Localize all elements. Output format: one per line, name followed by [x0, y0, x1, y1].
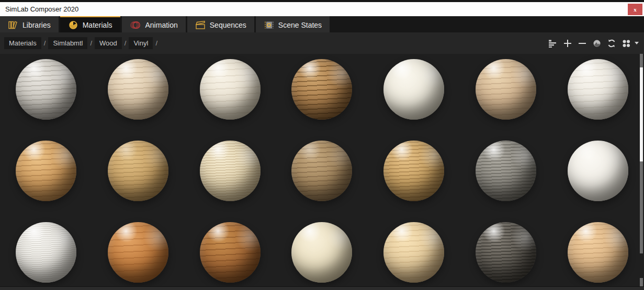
breadcrumb-separator: /	[155, 39, 157, 47]
material-sphere-white-ridged[interactable]	[16, 222, 76, 283]
tab-label: Scene States	[278, 21, 322, 29]
material-sphere-honey-matte[interactable]	[108, 141, 168, 201]
refresh-icon[interactable]	[606, 38, 617, 49]
remove-icon[interactable]	[577, 38, 587, 49]
tab-label: Materials	[83, 21, 112, 29]
breadcrumb-separator: /	[90, 39, 92, 47]
tab-animation[interactable]: Animation	[122, 16, 186, 32]
material-sphere-terracotta-wood[interactable]	[108, 222, 168, 283]
breadcrumb-bar: Materials / Simlabmtl / Wood / Vinyl /	[0, 32, 644, 54]
material-sphere-whitewash-wood[interactable]	[16, 59, 76, 120]
books-icon	[8, 20, 18, 30]
window-title: SimLab Composer 2020	[5, 5, 78, 13]
scrollbar-thumb[interactable]	[640, 67, 643, 161]
titlebar: SimLab Composer 2020 x	[0, 2, 644, 16]
tab-sequences[interactable]: Sequences	[187, 16, 254, 32]
material-sphere-golden-striped[interactable]	[383, 141, 444, 201]
materials-grid	[0, 54, 644, 286]
materials-toolbar	[548, 32, 639, 54]
material-sphere-white-wood[interactable]	[568, 59, 628, 120]
vertical-scrollbar[interactable]	[640, 54, 643, 253]
red-rings-icon	[130, 20, 141, 30]
material-sphere-ivory-smooth[interactable]	[383, 59, 444, 120]
scrollbar-corner	[640, 278, 643, 286]
add-icon[interactable]	[562, 38, 573, 49]
close-icon: x	[634, 6, 637, 13]
tab-scene-states[interactable]: Scene States	[256, 16, 330, 32]
material-sphere-tan-wood[interactable]	[476, 59, 536, 120]
material-sphere-amber-wood[interactable]	[200, 222, 261, 283]
material-sphere-golden-oak[interactable]	[16, 141, 76, 201]
preview-image-icon[interactable]	[592, 38, 602, 49]
breadcrumb-separator: /	[125, 39, 127, 47]
breadcrumb-wood[interactable]: Wood	[95, 37, 122, 49]
tab-materials[interactable]: Materials	[60, 16, 120, 32]
tab-label: Sequences	[210, 21, 246, 29]
material-sphere-cream-wood[interactable]	[200, 59, 261, 120]
app-window: SimLab Composer 2020 x Libraries	[0, 0, 644, 290]
tab-bar: Libraries Materials Animation	[0, 16, 644, 32]
clapperboard-icon	[195, 20, 206, 30]
tab-label: Libraries	[22, 21, 51, 29]
tab-libraries[interactable]: Libraries	[0, 16, 59, 32]
sphere-pie-icon	[68, 20, 78, 30]
window-bottom-border	[0, 286, 644, 290]
breadcrumb-separator: /	[44, 39, 46, 47]
material-sphere-white-matte[interactable]	[568, 141, 628, 201]
tab-label: Animation	[145, 21, 178, 29]
breadcrumb-vinyl[interactable]: Vinyl	[129, 37, 153, 49]
material-sphere-cream-striped[interactable]	[200, 141, 261, 201]
material-sphere-beige-wood[interactable]	[108, 59, 168, 120]
material-sphere-driftwood-dark[interactable]	[476, 222, 536, 283]
material-sphere-peach-tan[interactable]	[568, 222, 628, 283]
material-sphere-weathered-gray[interactable]	[476, 141, 536, 201]
details-view-icon[interactable]	[548, 38, 558, 49]
material-sphere-walnut-tan[interactable]	[291, 141, 352, 201]
dropdown-caret-icon[interactable]	[635, 42, 639, 44]
material-sphere-ivory-cream[interactable]	[291, 222, 352, 283]
scene-camera-icon	[264, 20, 274, 30]
material-sphere-oak-wood[interactable]	[291, 59, 352, 120]
thumbnail-view-icon[interactable]	[621, 38, 631, 49]
material-sphere-light-golden[interactable]	[383, 222, 444, 283]
breadcrumb-simlabmtl[interactable]: Simlabmtl	[48, 37, 87, 49]
breadcrumb-materials[interactable]: Materials	[4, 37, 41, 49]
close-button[interactable]: x	[628, 4, 642, 15]
materials-panel	[0, 54, 644, 286]
